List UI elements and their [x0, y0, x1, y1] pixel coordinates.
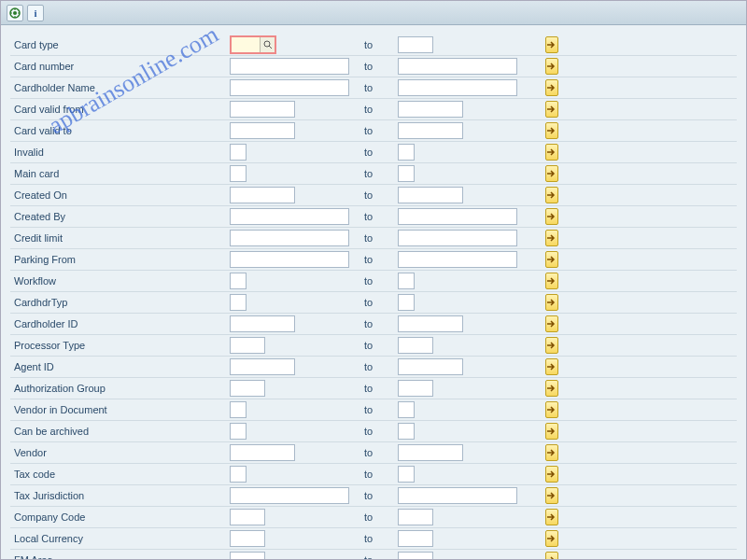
processor-type-button-cell [529, 337, 557, 354]
tax-code-multiple-selection-button[interactable] [545, 466, 558, 483]
can-be-archived-from-input[interactable] [230, 423, 247, 440]
fm-area-to-input[interactable] [398, 552, 433, 560]
created-by-from-input[interactable] [230, 208, 349, 225]
invalid-multiple-selection-button[interactable] [545, 144, 558, 161]
credit-limit-to-input[interactable] [398, 230, 517, 246]
created-by-button-cell [529, 208, 557, 225]
tax-jurisdiction-label: Tax Jurisdiction [10, 490, 230, 501]
cardhdrtyp-multiple-selection-button[interactable] [545, 294, 558, 311]
created-by-multiple-selection-button[interactable] [545, 208, 558, 225]
cardhdrtyp-from-input[interactable] [230, 294, 247, 311]
local-currency-multiple-selection-button[interactable] [545, 530, 558, 547]
card-type-search-help-button[interactable] [260, 37, 275, 52]
cardholder-name-multiple-selection-button[interactable] [545, 79, 558, 96]
vendor-in-document-multiple-selection-button[interactable] [545, 401, 558, 418]
form-area: Card typetoCard numbertoCardholder Namet… [1, 25, 746, 560]
cardholder-name-to-input[interactable] [398, 79, 517, 96]
card-valid-from-multiple-selection-button[interactable] [545, 101, 558, 118]
local-currency-label: Local Currency [10, 533, 230, 544]
fm-area-from-input[interactable] [230, 552, 265, 560]
vendor-from-input[interactable] [230, 444, 295, 461]
tax-jurisdiction-multiple-selection-button[interactable] [545, 487, 558, 504]
company-code-to-input[interactable] [398, 509, 433, 525]
workflow-to-label: to [360, 275, 398, 287]
parking-from-to-input[interactable] [398, 251, 517, 268]
workflow-multiple-selection-button[interactable] [545, 273, 558, 289]
card-type-multiple-selection-button[interactable] [545, 36, 558, 53]
local-currency-to-input[interactable] [398, 530, 433, 547]
fm-area-from-cell [230, 552, 360, 560]
card-valid-to-to-input[interactable] [398, 122, 463, 139]
card-type-from-input[interactable] [232, 37, 260, 52]
workflow-to-input[interactable] [398, 273, 415, 289]
parking-from-multiple-selection-button[interactable] [545, 251, 558, 268]
agent-id-from-input[interactable] [230, 358, 295, 375]
main-card-from-input[interactable] [230, 165, 247, 182]
arrow-right-icon [546, 491, 557, 500]
card-valid-to-from-input[interactable] [230, 122, 295, 139]
agent-id-to-cell [398, 358, 529, 375]
card-number-multiple-selection-button[interactable] [545, 58, 558, 75]
credit-limit-multiple-selection-button[interactable] [545, 230, 558, 246]
vendor-to-cell [398, 444, 529, 461]
info-button[interactable]: i [27, 5, 44, 21]
cardholder-id-to-label: to [360, 318, 398, 329]
workflow-from-input[interactable] [230, 273, 247, 289]
arrow-right-icon [546, 105, 557, 114]
selection-screen: i Card typetoCard numbertoCardholder Nam… [0, 0, 747, 560]
authorization-group-multiple-selection-button[interactable] [545, 380, 558, 397]
local-currency-to-cell [398, 530, 529, 547]
card-type-from-cell [230, 35, 360, 54]
processor-type-from-input[interactable] [230, 337, 265, 354]
card-number-to-input[interactable] [398, 58, 517, 75]
main-card-multiple-selection-button[interactable] [545, 165, 558, 182]
can-be-archived-multiple-selection-button[interactable] [545, 423, 558, 440]
card-number-from-input[interactable] [230, 58, 349, 75]
cardholder-id-multiple-selection-button[interactable] [545, 315, 558, 332]
cardhdrtyp-to-input[interactable] [398, 294, 415, 311]
created-on-to-input[interactable] [398, 187, 463, 203]
company-code-to-label: to [360, 511, 398, 523]
arrow-right-icon [546, 40, 557, 49]
tax-jurisdiction-to-input[interactable] [398, 487, 517, 504]
tax-code-from-input[interactable] [230, 466, 247, 483]
vendor-in-document-to-input[interactable] [398, 401, 415, 418]
agent-id-to-input[interactable] [398, 358, 463, 375]
cardholder-name-from-input[interactable] [230, 79, 349, 96]
invalid-from-input[interactable] [230, 144, 247, 161]
vendor-to-input[interactable] [398, 444, 463, 461]
vendor-multiple-selection-button[interactable] [545, 444, 558, 461]
main-card-from-cell [230, 165, 360, 182]
card-type-to-input[interactable] [398, 36, 433, 53]
tax-jurisdiction-from-input[interactable] [230, 487, 349, 504]
created-by-to-label: to [360, 211, 398, 222]
processor-type-to-label: to [360, 340, 398, 351]
card-valid-from-label: Card valid from [10, 104, 230, 115]
created-on-from-input[interactable] [230, 187, 295, 203]
processor-type-multiple-selection-button[interactable] [545, 337, 558, 354]
card-valid-from-from-input[interactable] [230, 101, 295, 118]
vendor-in-document-from-input[interactable] [230, 401, 247, 418]
parking-from-from-input[interactable] [230, 251, 349, 268]
company-code-multiple-selection-button[interactable] [545, 509, 558, 525]
cardholder-id-to-input[interactable] [398, 315, 463, 332]
invalid-to-input[interactable] [398, 144, 415, 161]
card-valid-from-to-input[interactable] [398, 101, 463, 118]
execute-button[interactable] [7, 5, 23, 21]
can-be-archived-to-input[interactable] [398, 423, 415, 440]
tax-code-to-input[interactable] [398, 466, 415, 483]
processor-type-to-input[interactable] [398, 337, 433, 354]
main-card-to-input[interactable] [398, 165, 415, 182]
authorization-group-to-input[interactable] [398, 380, 433, 397]
created-on-multiple-selection-button[interactable] [545, 187, 558, 203]
authorization-group-from-input[interactable] [230, 380, 265, 397]
created-by-to-input[interactable] [398, 208, 517, 225]
company-code-from-input[interactable] [230, 509, 265, 525]
cardhdrtyp-from-cell [230, 294, 360, 311]
credit-limit-from-input[interactable] [230, 230, 349, 246]
local-currency-from-input[interactable] [230, 530, 265, 547]
card-valid-to-multiple-selection-button[interactable] [545, 122, 558, 139]
fm-area-multiple-selection-button[interactable] [545, 552, 558, 560]
cardholder-id-from-input[interactable] [230, 315, 295, 332]
agent-id-multiple-selection-button[interactable] [545, 358, 558, 375]
